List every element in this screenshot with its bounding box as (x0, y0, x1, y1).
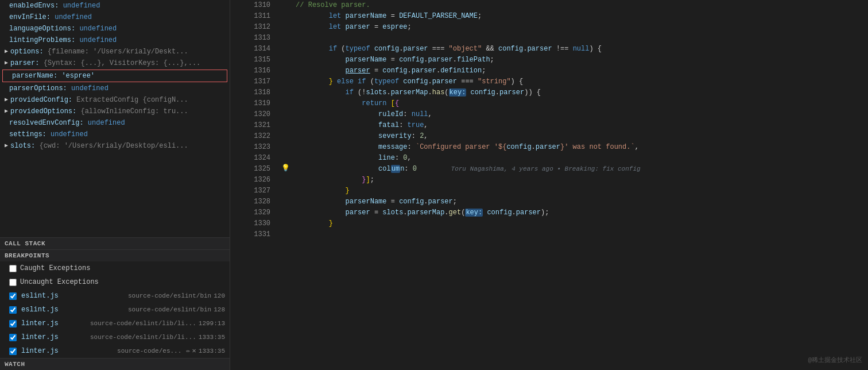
bp-linter-1333a-checkbox[interactable] (9, 334, 17, 341)
caught-exceptions-checkbox[interactable] (9, 265, 17, 272)
line-num-1316: 1316 (230, 65, 280, 76)
var-parser[interactable]: ▶ parser: {Syntax: {...}, VisitorKeys: {… (0, 57, 230, 69)
bp-linter-1299-filename: linter.js (21, 318, 84, 329)
edit-icon[interactable]: ✏ (186, 345, 190, 357)
uncaught-exceptions-row[interactable]: Uncaught Exceptions (0, 275, 230, 289)
line-num-1330: 1330 (230, 218, 280, 229)
git-blame-1325: Toru Nagashima, 4 years ago • Breaking: … (428, 165, 641, 172)
code-row-1310: 1310 // Resolve parser. (230, 0, 868, 11)
callstack-label: CALL STACK (5, 240, 45, 247)
bp-linter-1333b-line: 1333:35 (199, 345, 225, 357)
code-row-1319: 1319 return [{ (230, 98, 868, 109)
code-row-1321: 1321 fatal: true, (230, 120, 868, 131)
var-providedConfig[interactable]: ▶ providedConfig: ExtractedConfig {confi… (0, 94, 230, 106)
bp-linter-1299-path: source-code/eslint/lib/li... (86, 318, 196, 329)
uncaught-exceptions-label: Uncaught Exceptions (20, 276, 99, 288)
line-num-1322: 1322 (230, 131, 280, 142)
code-line-1312: let parser = espree; (291, 22, 868, 33)
code-line-1317: } else if (typeof config.parser === "str… (291, 76, 868, 87)
var-providedOptions[interactable]: ▶ providedOptions: {allowInlineConfig: t… (0, 106, 230, 117)
gutter-1315 (280, 55, 291, 65)
code-row-1312: 1312 let parser = espree; (230, 22, 868, 33)
gutter-1323 (280, 142, 291, 153)
code-row-1320: 1320 ruleId: null, (230, 109, 868, 120)
code-row-1326: 1326 }]; (230, 175, 868, 186)
bp-linter-1333a-line: 1333:35 (199, 332, 225, 343)
line-num-1313: 1313 (230, 33, 280, 44)
code-scroll[interactable]: 1310 // Resolve parser. 1311 let parserN… (230, 0, 868, 370)
line-num-1327: 1327 (230, 186, 280, 196)
code-row-1311: 1311 let parserName = DEFAULT_PARSER_NAM… (230, 11, 868, 22)
var-parserOptions: parserOptions: undefined (0, 83, 230, 94)
code-line-1322: severity: 2, (291, 131, 868, 142)
line-num-1328: 1328 (230, 196, 280, 207)
line-num-1329: 1329 (230, 207, 280, 218)
bp-eslint-128-checkbox[interactable] (9, 306, 17, 314)
bp-eslint-128-line: 128 (214, 304, 225, 315)
var-resolvedEnvConfig: resolvedEnvConfig: undefined (0, 117, 230, 129)
bp-eslint-120-filename: eslint.js (21, 290, 122, 302)
code-row-1331: 1331 (230, 229, 868, 240)
line-num-1319: 1319 (230, 98, 280, 109)
code-row-1327: 1327 } (230, 186, 868, 196)
watch-header[interactable]: WATCH (0, 358, 230, 370)
var-envInFile: envInFile: undefined (0, 11, 230, 23)
bp-linter-1299[interactable]: linter.js source-code/eslint/lib/li... 1… (0, 317, 230, 330)
var-languageOptions: languageOptions: undefined (0, 23, 230, 34)
gutter-1331 (280, 229, 291, 240)
gutter-1319 (280, 98, 291, 109)
gutter-1312 (280, 22, 291, 33)
code-row-1328: 1328 parserName = config.parser; (230, 196, 868, 207)
line-num-1317: 1317 (230, 76, 280, 87)
breakpoints-section: Caught Exceptions Uncaught Exceptions es… (0, 261, 230, 358)
bp-eslint-120-checkbox[interactable] (9, 292, 17, 300)
code-table: 1310 // Resolve parser. 1311 let parserN… (230, 0, 868, 240)
code-line-1316: parser = config.parser.definition; (291, 65, 868, 76)
code-line-1314: if (typeof config.parser === "object" &&… (291, 44, 868, 55)
code-row-1329: 1329 parser = slots.parserMap.get(key: c… (230, 207, 868, 218)
gutter-1311 (280, 11, 291, 22)
bp-linter-1333b-icons: ✏ ✕ (186, 345, 196, 357)
line-num-1331: 1331 (230, 229, 280, 240)
code-line-1327: } (291, 186, 868, 196)
callstack-header[interactable]: CALL STACK (0, 237, 230, 249)
bp-linter-1333b[interactable]: linter.js source-code/es... ✏ ✕ 1333:35 (0, 344, 230, 358)
line-num-1311: 1311 (230, 11, 280, 22)
bp-eslint-120[interactable]: eslint.js source-code/eslint/bin 120 (0, 289, 230, 303)
bp-eslint-120-line: 120 (214, 290, 225, 302)
breakpoints-header[interactable]: BREAKPOINTS (0, 249, 230, 261)
var-settings: settings: undefined (0, 129, 230, 140)
watermark: @稀土掘金技术社区 (808, 356, 862, 364)
code-line-1311: let parserName = DEFAULT_PARSER_NAME; (291, 11, 868, 22)
var-parserName: parserName: 'espree' (2, 70, 227, 82)
bp-linter-1333a-filename: linter.js (21, 332, 84, 343)
code-line-1310: // Resolve parser. (291, 0, 868, 11)
line-num-1312: 1312 (230, 22, 280, 33)
gutter-1325[interactable]: 💡 (280, 164, 291, 175)
code-row-1315: 1315 parserName = config.parser.filePath… (230, 55, 868, 65)
var-options[interactable]: ▶ options: {filename: '/Users/krialy/Des… (0, 46, 230, 57)
code-line-1324: line: 0, (291, 153, 868, 164)
code-line-1323: message: `Configured parser '${config.pa… (291, 142, 868, 153)
gutter-1314 (280, 44, 291, 55)
uncaught-exceptions-checkbox[interactable] (9, 279, 17, 286)
gutter-1310 (280, 0, 291, 11)
code-line-1328: parserName = config.parser; (291, 196, 868, 207)
line-num-1318: 1318 (230, 87, 280, 98)
var-enabledEnvs: enabledEnvs: undefined (0, 0, 230, 11)
caught-exceptions-row[interactable]: Caught Exceptions (0, 261, 230, 275)
bp-linter-1333b-checkbox[interactable] (9, 348, 17, 355)
var-slots[interactable]: ▶ slots: {cwd: '/Users/krialy/Desktop/es… (0, 140, 230, 152)
var-lintingProblems: lintingProblems: undefined (0, 34, 230, 46)
bp-eslint-128[interactable]: eslint.js source-code/eslint/bin 128 (0, 303, 230, 317)
gutter-1318 (280, 87, 291, 98)
bp-linter-1333a[interactable]: linter.js source-code/eslint/lib/li... 1… (0, 330, 230, 344)
line-num-1326: 1326 (230, 175, 280, 186)
gutter-1326 (280, 175, 291, 186)
close-icon[interactable]: ✕ (192, 345, 196, 357)
code-line-1315: parserName = config.parser.filePath; (291, 55, 868, 65)
bp-linter-1299-checkbox[interactable] (9, 320, 17, 327)
bp-eslint-120-path: source-code/eslint/bin (124, 290, 211, 302)
bp-eslint-128-path: source-code/eslint/bin (124, 304, 211, 315)
code-row-1325: 1325 💡 column: 0 Toru Nagashima, 4 years… (230, 164, 868, 175)
